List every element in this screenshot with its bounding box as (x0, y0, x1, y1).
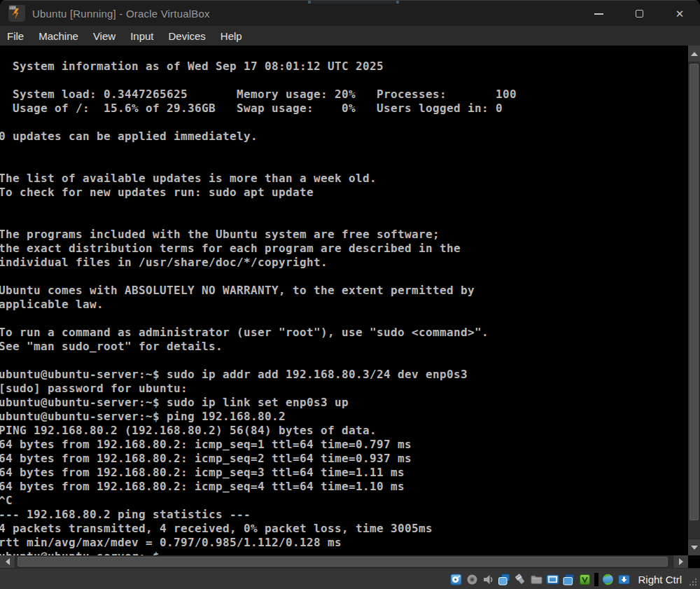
minimize-button[interactable] (578, 1, 619, 27)
menu-help[interactable]: Help (220, 30, 242, 42)
recording-icon[interactable] (562, 573, 575, 586)
scroll-up-button[interactable] (688, 46, 700, 62)
close-icon: ✕ (676, 8, 685, 20)
usb-icon[interactable] (514, 573, 527, 586)
resize-grip[interactable] (688, 577, 698, 587)
guest-console-screen[interactable]: System information as of Wed Sep 17 08:0… (0, 46, 700, 568)
console-text: System information as of Wed Sep 17 08:0… (0, 46, 700, 564)
host-key-label: Right Ctrl (638, 574, 682, 585)
menu-file[interactable]: File (7, 30, 24, 42)
menu-input[interactable]: Input (130, 30, 153, 42)
arrow-down-icon (691, 546, 698, 550)
mini-toolbar-sliver (308, 1, 399, 4)
window-title: Ubuntu [Running] - Oracle VirtualBox (32, 8, 210, 20)
title-bar[interactable]: x64 Ubuntu [Running] - Oracle VirtualBox… (0, 0, 700, 26)
hard-disks-icon[interactable] (449, 573, 463, 586)
horizontal-scrollbar-thumb[interactable] (18, 557, 668, 567)
horizontal-scrollbar[interactable] (0, 555, 688, 568)
scroll-right-button[interactable] (673, 555, 688, 568)
scroll-left-button[interactable] (0, 555, 15, 568)
vertical-scrollbar[interactable] (688, 46, 700, 555)
menu-view[interactable]: View (93, 30, 115, 42)
status-bar: Right Ctrl (0, 568, 700, 589)
x64-badge: x64 (9, 6, 16, 10)
audio-icon[interactable] (482, 573, 495, 586)
network-icon[interactable] (498, 573, 511, 586)
menu-bar: File Machine View Input Devices Help (0, 26, 700, 46)
vertical-scrollbar-thumb[interactable] (690, 64, 699, 520)
performance-indicator (594, 573, 598, 586)
virtualbox-window: x64 Ubuntu [Running] - Oracle VirtualBox… (0, 0, 700, 589)
display-icon[interactable] (546, 573, 559, 586)
shared-folders-icon[interactable] (530, 573, 543, 586)
keyboard-icon[interactable] (617, 573, 631, 586)
features-icon[interactable] (578, 573, 592, 586)
arrow-up-icon (691, 52, 698, 56)
mouse-integration-icon[interactable] (601, 573, 615, 586)
maximize-icon (636, 10, 643, 18)
minimize-icon (594, 13, 603, 15)
menu-devices[interactable]: Devices (169, 30, 206, 42)
arrow-right-icon (679, 558, 683, 565)
maximize-button[interactable] (619, 1, 659, 27)
close-button[interactable]: ✕ (659, 1, 700, 27)
virtualbox-app-icon[interactable]: x64 (8, 5, 25, 22)
scroll-down-button[interactable] (688, 539, 700, 555)
menu-machine[interactable]: Machine (38, 30, 78, 42)
arrow-left-icon (6, 558, 10, 565)
optical-drives-icon[interactable] (465, 573, 479, 586)
